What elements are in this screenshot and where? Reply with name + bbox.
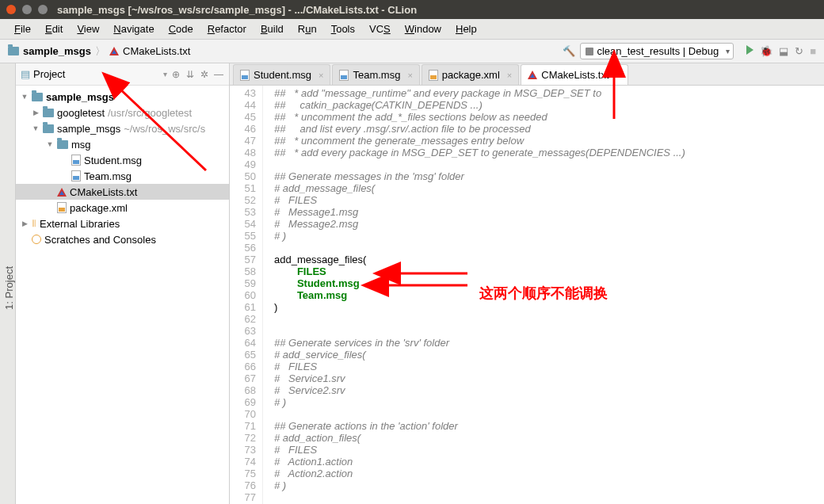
maximize-window-icon[interactable]	[38, 5, 48, 14]
tool-tab-project[interactable]: 1: Project	[3, 266, 15, 310]
tab-label: package.xml	[442, 69, 500, 81]
folder-icon	[43, 109, 54, 117]
tree-item-path: ~/ws/ros_ws/src/s	[124, 123, 205, 135]
tree-item-label: package.xml	[70, 202, 128, 214]
tree-cmakelists[interactable]: CMakeLists.txt	[16, 184, 229, 200]
breadcrumb-file[interactable]: CMakeLists.txt	[123, 45, 190, 57]
cmake-icon	[57, 188, 67, 197]
file-icon	[429, 70, 438, 81]
menu-view[interactable]: View	[71, 21, 105, 36]
coverage-icon[interactable]: ⬓	[779, 45, 788, 57]
menu-edit[interactable]: Edit	[39, 21, 69, 36]
stop-icon[interactable]: ■	[810, 45, 816, 57]
tab-team[interactable]: Team.msg ×	[332, 64, 419, 85]
run-config-label: clean_test_results | Debug	[597, 45, 719, 57]
build-icon[interactable]: 🔨	[563, 45, 575, 57]
tab-cmake[interactable]: CMakeLists.txt ×	[521, 64, 628, 85]
close-tab-icon[interactable]: ×	[507, 71, 512, 80]
tab-label: Student.msg	[254, 69, 311, 81]
folder-icon	[43, 124, 54, 133]
line-number-gutter: 4344454647484950515253545556575859606162…	[230, 86, 263, 504]
tree-item-label: CMakeLists.txt	[70, 186, 137, 198]
tab-student[interactable]: Student.msg ×	[233, 64, 330, 85]
tree-item-label: Scratches and Consoles	[44, 234, 156, 246]
tree-root-label: sample_msgs	[46, 91, 114, 103]
tree-root[interactable]: ▼ sample_msgs	[16, 89, 229, 105]
file-icon	[57, 202, 67, 213]
tree-item-label: External Libraries	[40, 218, 120, 230]
editor-tabs: Student.msg × Team.msg × package.xml × C…	[230, 63, 824, 86]
tree-external-libraries[interactable]: ▶⫴ External Libraries	[16, 216, 229, 231]
menu-help[interactable]: Help	[449, 21, 483, 36]
titlebar: sample_msgs [~/ws/ros_ws/src/sample_msgs…	[0, 0, 824, 19]
scratches-icon	[32, 235, 41, 244]
project-panel-dropdown-icon[interactable]: ▾	[163, 70, 167, 78]
settings-icon[interactable]: ✲	[199, 69, 210, 80]
left-tool-window-tabs: 1: Project 7: Structure 2: Favorites	[0, 63, 16, 504]
folder-icon	[32, 93, 43, 101]
project-panel: ▤ Project ▾ ⊕ ⇊ ✲ — ▼ sample_msgs ▶ goog…	[16, 63, 230, 504]
collapse-icon[interactable]: ⇊	[185, 69, 196, 80]
file-icon	[240, 70, 250, 81]
main-area: 1: Project 7: Structure 2: Favorites ▤ P…	[0, 63, 824, 504]
minimize-window-icon[interactable]	[22, 5, 32, 14]
tree-team-msg[interactable]: Team.msg	[16, 168, 229, 184]
file-icon	[339, 70, 349, 81]
tree-student-msg[interactable]: Student.msg	[16, 152, 229, 168]
menu-window[interactable]: Window	[399, 21, 448, 36]
menu-tools[interactable]: Tools	[325, 21, 361, 36]
file-icon	[71, 155, 81, 166]
locate-icon[interactable]: ⊕	[170, 69, 181, 80]
tree-sample-msgs[interactable]: ▼ sample_msgs ~/ws/ros_ws/src/s	[16, 120, 229, 136]
menubar: File Edit View Navigate Code Refactor Bu…	[0, 19, 824, 40]
tab-label: Team.msg	[353, 69, 400, 81]
project-panel-header: ▤ Project ▾ ⊕ ⇊ ✲ —	[16, 63, 229, 86]
close-tab-icon[interactable]: ×	[616, 71, 621, 80]
tree-item-label: msg	[71, 139, 91, 151]
close-window-icon[interactable]	[6, 5, 16, 14]
project-view-icon[interactable]: ▤	[21, 68, 30, 80]
menu-code[interactable]: Code	[162, 21, 200, 36]
profile-icon[interactable]: ↻	[795, 45, 803, 57]
folder-icon	[8, 47, 19, 55]
cmake-icon	[109, 47, 119, 55]
run-icon[interactable]	[746, 45, 753, 55]
config-icon	[586, 48, 593, 55]
breadcrumb: sample_msgs 〉 CMakeLists.txt	[8, 44, 190, 59]
libraries-icon: ⫴	[32, 217, 36, 230]
tab-label: CMakeLists.txt	[541, 69, 608, 81]
folder-icon	[57, 140, 68, 149]
tree-item-label: sample_msgs	[57, 123, 120, 135]
menu-navigate[interactable]: Navigate	[107, 21, 160, 36]
file-icon	[71, 170, 81, 181]
project-tree: ▼ sample_msgs ▶ googletest /usr/src/goog…	[16, 86, 229, 250]
menu-build[interactable]: Build	[254, 21, 290, 36]
run-config-dropdown[interactable]: clean_test_results | Debug	[580, 43, 734, 59]
breadcrumb-project[interactable]: sample_msgs	[23, 45, 91, 57]
menu-vcs[interactable]: VCS	[363, 21, 397, 36]
menu-run[interactable]: Run	[292, 21, 323, 36]
tree-item-label: googletest	[57, 107, 105, 119]
annotation-text: 这两个顺序不能调换	[479, 284, 608, 303]
tree-item-path: /usr/src/googletest	[108, 107, 192, 119]
close-tab-icon[interactable]: ×	[319, 71, 323, 80]
tree-googletest[interactable]: ▶ googletest /usr/src/googletest	[16, 105, 229, 120]
window-controls	[6, 5, 48, 14]
tab-package[interactable]: package.xml ×	[422, 64, 519, 85]
breadcrumb-sep: 〉	[95, 44, 105, 59]
debug-icon[interactable]: 🐞	[760, 45, 772, 57]
run-config-area: 🔨 clean_test_results | Debug 🐞 ⬓ ↻ ■	[563, 43, 816, 59]
tree-item-label: Team.msg	[84, 170, 132, 182]
tree-scratches[interactable]: Scratches and Consoles	[16, 231, 229, 247]
toolbar: sample_msgs 〉 CMakeLists.txt 🔨 clean_tes…	[0, 40, 824, 63]
close-tab-icon[interactable]: ×	[407, 71, 412, 80]
tree-package-xml[interactable]: package.xml	[16, 200, 229, 216]
menu-file[interactable]: File	[8, 21, 37, 36]
tree-item-label: Student.msg	[84, 155, 142, 166]
window-title: sample_msgs [~/ws/ros_ws/src/sample_msgs…	[57, 4, 417, 16]
tree-msg-folder[interactable]: ▼ msg	[16, 136, 229, 152]
cmake-icon	[528, 71, 537, 79]
project-panel-title[interactable]: Project	[33, 68, 160, 80]
hide-icon[interactable]: —	[213, 69, 224, 80]
menu-refactor[interactable]: Refactor	[201, 21, 253, 36]
